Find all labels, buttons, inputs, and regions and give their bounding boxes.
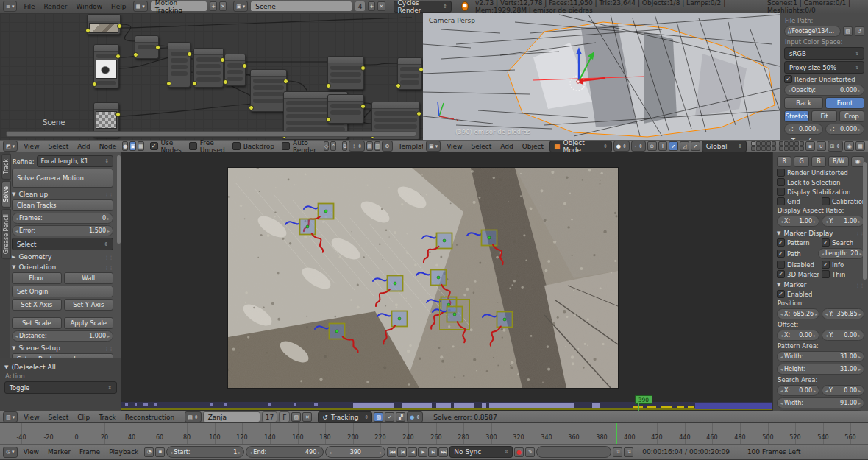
checkbox-box[interactable]: ✓ bbox=[777, 238, 785, 247]
layer-cell[interactable] bbox=[766, 141, 771, 146]
node-output-socket[interactable] bbox=[360, 104, 366, 109]
node-header[interactable] bbox=[372, 102, 419, 109]
auto-render-checkbox[interactable]: Auto Render bbox=[282, 139, 316, 154]
layer-cell[interactable] bbox=[784, 146, 789, 151]
checkbox-path[interactable]: ✓Path bbox=[777, 250, 816, 258]
file-path-field[interactable]: //Footage\134... bbox=[784, 26, 841, 37]
operator-panel-header[interactable]: ▼(De)select All bbox=[4, 364, 117, 371]
layer-cell[interactable] bbox=[751, 141, 755, 146]
play-button[interactable]: ▶ bbox=[418, 447, 427, 457]
node-header[interactable] bbox=[328, 57, 363, 63]
clip-menu-track[interactable]: Track bbox=[94, 414, 121, 421]
node-header[interactable] bbox=[251, 70, 286, 77]
increment-arrow-icon[interactable]: ▸ bbox=[858, 333, 861, 338]
node-header[interactable] bbox=[398, 58, 421, 65]
insert-keyframe-icon[interactable]: ⚿ bbox=[613, 447, 622, 457]
node-header[interactable] bbox=[94, 103, 118, 110]
preview-range-toggle[interactable]: ◔ bbox=[144, 447, 154, 457]
checkbox-box[interactable] bbox=[777, 169, 785, 177]
layer-cell[interactable] bbox=[772, 141, 776, 146]
layer-cell[interactable] bbox=[761, 146, 766, 151]
editor-type-timeline-icon[interactable]: ◷▾ bbox=[3, 447, 18, 458]
node-input-socket[interactable] bbox=[92, 82, 97, 87]
checkbox-box[interactable]: ✓ bbox=[777, 270, 785, 278]
checkbox-disabled[interactable]: Disabled bbox=[777, 261, 819, 269]
lock-icon[interactable]: ▪ bbox=[805, 141, 815, 151]
decrement-arrow-icon[interactable]: ◂ bbox=[825, 311, 828, 316]
number-field[interactable]: ◂Y:0.00▸ bbox=[822, 385, 864, 396]
decrement-arrow-icon[interactable]: ◂ bbox=[780, 333, 783, 338]
lock-frame-toggle[interactable]: ▪ bbox=[155, 447, 165, 457]
copy-node-button[interactable]: ⧉ bbox=[342, 141, 347, 151]
node-header[interactable] bbox=[135, 36, 158, 43]
info-menu-help[interactable]: Help bbox=[107, 3, 131, 10]
node-header[interactable] bbox=[194, 49, 223, 55]
number-field[interactable]: ◂:0.000▸ bbox=[784, 124, 823, 135]
layer-cell[interactable] bbox=[789, 141, 794, 146]
checkbox-box[interactable]: ✓ bbox=[777, 290, 785, 298]
movie-clip-image[interactable] bbox=[228, 168, 618, 388]
increment-arrow-icon[interactable]: ▸ bbox=[858, 354, 861, 359]
timeline-ruler[interactable]: -40-200204060801001201401601802002202402… bbox=[0, 423, 868, 444]
node-menu-select[interactable]: Select bbox=[44, 143, 74, 150]
layer-cell[interactable] bbox=[784, 141, 789, 146]
pivot-point-select[interactable]: ●⇕ bbox=[407, 411, 423, 422]
viewport-menu-view[interactable]: View bbox=[442, 143, 466, 150]
node-header[interactable] bbox=[328, 95, 363, 102]
clip-mode-select[interactable]: ↺Tracking⇕ bbox=[318, 411, 372, 423]
shader-nodes-toggle[interactable]: ● bbox=[122, 141, 128, 151]
paste-buffer-button[interactable]: ▥ bbox=[374, 141, 381, 151]
button-clean-tracks[interactable]: Clean Tracks bbox=[12, 199, 113, 211]
node-menu-node[interactable]: Node bbox=[95, 143, 121, 150]
node-header[interactable] bbox=[88, 15, 120, 21]
decrement-arrow-icon[interactable]: ◂ bbox=[780, 219, 783, 224]
dropdown-srgb[interactable]: sRGB⇕ bbox=[784, 47, 864, 60]
node-editor[interactable]: Scene bbox=[0, 13, 423, 140]
number-field[interactable]: ◂Y:1.00▸ bbox=[822, 216, 864, 227]
increment-arrow-icon[interactable]: ▸ bbox=[858, 219, 861, 224]
pivot-select[interactable]: ◦⇕ bbox=[631, 141, 646, 152]
toolshelf-tab-solve[interactable]: Solve bbox=[1, 181, 11, 208]
snap-magnet-icon[interactable]: ∪ bbox=[817, 141, 826, 151]
compositor-node[interactable] bbox=[93, 44, 119, 88]
decrement-arrow-icon[interactable]: ◂ bbox=[829, 127, 831, 132]
checkbox-calibration[interactable]: Calibration bbox=[822, 197, 864, 205]
node-header[interactable] bbox=[225, 54, 245, 61]
increment-arrow-icon[interactable]: ▸ bbox=[107, 228, 110, 233]
panel-header-clean-up[interactable]: ▼Clean up⋮⋮ bbox=[12, 191, 113, 198]
layer-cell[interactable] bbox=[794, 141, 799, 146]
frame-start-field[interactable]: ◂Start:1▸ bbox=[166, 446, 244, 458]
node-output-socket[interactable] bbox=[117, 24, 122, 29]
button-set-x-axis[interactable]: Set X Axis bbox=[12, 299, 62, 311]
button-apply-scale[interactable]: Apply Scale bbox=[64, 317, 114, 329]
decrement-arrow-icon[interactable]: ◂ bbox=[825, 333, 828, 338]
number-field[interactable]: ◂Width:91.00▸ bbox=[777, 397, 864, 408]
pack-clip-button[interactable]: ▧ bbox=[291, 412, 301, 422]
node-editor-hscrollbar[interactable] bbox=[6, 131, 416, 137]
node-menu-add[interactable]: Add bbox=[73, 143, 94, 150]
button-wall[interactable]: Wall bbox=[64, 272, 114, 284]
panel-header-marker[interactable]: ▼Marker⋮⋮ bbox=[777, 281, 864, 289]
node-output-socket[interactable] bbox=[283, 79, 288, 84]
editor-type-node-icon[interactable]: ◩▾ bbox=[3, 141, 18, 152]
increment-arrow-icon[interactable]: ▸ bbox=[814, 219, 816, 224]
compositor-node[interactable] bbox=[397, 57, 422, 90]
compositing-nodes-toggle[interactable]: ▣ bbox=[129, 141, 136, 151]
timeline-menu-view[interactable]: View bbox=[19, 448, 43, 456]
orientation-select[interactable]: Global⇕ bbox=[702, 141, 747, 152]
dropdown-proxy-size-50-[interactable]: Proxy size 50%⇕ bbox=[784, 61, 864, 74]
increment-arrow-icon[interactable]: ▸ bbox=[858, 367, 861, 372]
node-output-socket[interactable] bbox=[416, 111, 421, 116]
increment-arrow-icon[interactable]: ▸ bbox=[858, 388, 861, 393]
channel-bw-button[interactable]: B/W bbox=[828, 156, 849, 167]
decrement-arrow-icon[interactable]: ◂ bbox=[825, 219, 828, 224]
editor-type-3d-icon[interactable]: ▣▾ bbox=[426, 141, 441, 152]
number-field[interactable]: ◂X:0.00▸ bbox=[777, 330, 819, 341]
clip-menu-view[interactable]: View bbox=[19, 414, 43, 421]
checkbox-box[interactable] bbox=[822, 197, 830, 205]
manipulator-toggle[interactable]: ⊕ bbox=[647, 141, 657, 151]
panel-header-geometry[interactable]: ►Geometry⋮⋮ bbox=[12, 253, 113, 261]
number-field[interactable]: ◂Error:1.500▸ bbox=[12, 225, 113, 236]
use-nodes-checkbox[interactable]: ✓Use Nodes bbox=[150, 139, 182, 154]
editor-type-clip-icon[interactable]: ▥▾ bbox=[3, 411, 18, 422]
